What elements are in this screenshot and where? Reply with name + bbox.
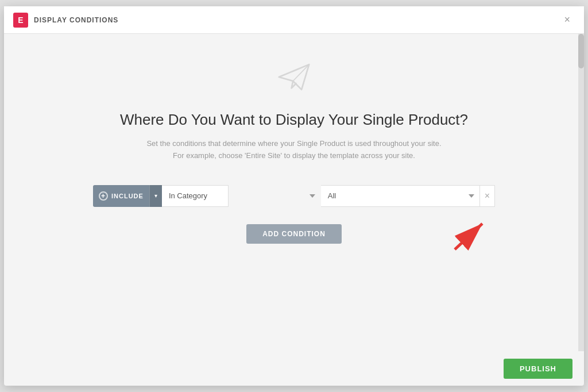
all-select-wrapper: All Specific <box>321 185 480 207</box>
elementor-logo: E <box>13 13 28 28</box>
condition-row: + INCLUDE ▾ In Category Entire Site In P… <box>93 185 495 207</box>
sub-text: Set the conditions that determine where … <box>146 138 441 162</box>
publish-button[interactable]: PUBLISH <box>504 359 572 379</box>
add-condition-button[interactable]: ADD CONDITION <box>246 224 342 244</box>
svg-line-1 <box>455 224 482 249</box>
scrollbar[interactable] <box>578 34 584 351</box>
paper-plane-icon <box>274 57 314 97</box>
dialog-title: DISPLAY CONDITIONS <box>34 16 118 24</box>
red-arrow-indicator <box>443 206 495 258</box>
icon-area <box>274 57 314 99</box>
include-button-group: + INCLUDE ▾ <box>93 185 162 207</box>
include-dropdown-button[interactable]: ▾ <box>149 185 162 207</box>
modal-footer: PUBLISH <box>4 351 584 386</box>
close-button[interactable]: × <box>559 11 575 28</box>
all-select[interactable]: All Specific <box>321 185 480 207</box>
modal-dialog: E DISPLAY CONDITIONS × Where Do You Want… <box>4 6 584 386</box>
remove-condition-button[interactable]: × <box>480 185 495 207</box>
scrollbar-thumb <box>578 34 584 68</box>
main-heading: Where Do You Want to Display Your Single… <box>120 111 468 129</box>
condition-select[interactable]: In Category Entire Site In Post Type In … <box>162 185 229 207</box>
condition-select-wrapper: In Category Entire Site In Post Type In … <box>162 185 321 207</box>
include-main-button[interactable]: + INCLUDE <box>93 185 149 207</box>
modal-header: E DISPLAY CONDITIONS × <box>4 6 584 34</box>
plus-icon: + <box>99 191 108 201</box>
modal-body: Where Do You Want to Display Your Single… <box>4 34 584 351</box>
